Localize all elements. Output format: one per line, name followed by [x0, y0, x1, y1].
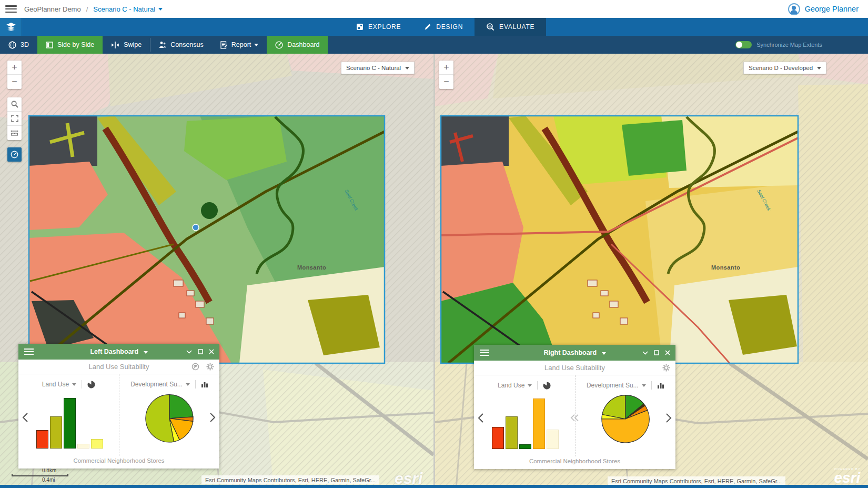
widget-selector[interactable]: Development Su...: [130, 381, 183, 388]
button-label: Side by Side: [57, 41, 94, 48]
place-label-monsanto: Monsanto: [711, 264, 740, 271]
scenario-breadcrumb-dropdown[interactable]: Scenario C - Natural: [93, 5, 163, 13]
tab-label: EVALUATE: [499, 23, 534, 31]
report-icon: [220, 41, 227, 49]
pie-chart-icon[interactable]: [87, 381, 95, 389]
next-chart-button[interactable]: [665, 413, 672, 423]
search-tool-button[interactable]: [7, 97, 22, 112]
previous-chart-button[interactable]: [22, 412, 28, 423]
maximize-button[interactable]: [654, 350, 659, 355]
next-chart-button[interactable]: [209, 412, 216, 423]
map-marker: [193, 224, 199, 231]
widget-title-row: Land Use Suitability: [474, 361, 675, 375]
tab-evaluate[interactable]: EVALUATE: [475, 16, 546, 36]
development-suitability-widget: Development Su...: [119, 374, 219, 456]
extent-tool-button[interactable]: [7, 112, 22, 126]
panel-menu-icon[interactable]: [24, 348, 34, 355]
widget-title-row: Land Use Suitability: [18, 360, 219, 374]
sync-toggle[interactable]: [735, 41, 752, 48]
esri-logo-right: esri: [834, 471, 861, 485]
left-dashboard-header[interactable]: Left Dashboard: [18, 344, 219, 360]
scenario-selector-left[interactable]: Scenario C - Natural: [341, 62, 415, 74]
settings-button[interactable]: [206, 363, 214, 371]
previous-chart-button[interactable]: [478, 413, 484, 423]
development-suitability-pie-chart: [600, 394, 651, 444]
measure-tool-button[interactable]: [7, 126, 22, 140]
widget-selector[interactable]: Land Use: [498, 382, 524, 389]
button-swipe[interactable]: Swipe: [103, 36, 150, 54]
close-button[interactable]: [209, 349, 214, 354]
settings-button[interactable]: [662, 364, 670, 372]
nav-tabs: EXPLORE DESIGN EVALUATE: [345, 18, 546, 36]
scenario-breadcrumb-label: Scenario C - Natural: [93, 5, 155, 13]
development-suitability-pie-chart: [144, 393, 195, 443]
widget-group-title: Land Use Suitability: [474, 364, 675, 372]
right-dashboard-header[interactable]: Right Dashboard: [474, 345, 675, 361]
globe-icon: [8, 41, 16, 49]
development-suitability-widget: Development Su...: [575, 375, 676, 456]
zoom-out-button[interactable]: −: [439, 75, 453, 89]
button-label: Dashboard: [287, 41, 319, 48]
chevron-down-icon: [158, 8, 163, 11]
bar-cream: [547, 430, 559, 449]
land-use-widget: Land Use: [18, 374, 119, 456]
gear-icon: [206, 363, 214, 371]
layers-button[interactable]: [0, 18, 22, 36]
avatar-icon: [788, 3, 800, 15]
tab-explore[interactable]: EXPLORE: [345, 18, 412, 36]
panel-menu-icon[interactable]: [480, 350, 489, 356]
bar-chart-icon[interactable]: [657, 382, 664, 389]
scenario-selector-label: Scenario D - Developed: [749, 65, 813, 71]
land-use-bar-chart: [492, 399, 560, 449]
button-3d[interactable]: 3D: [0, 36, 37, 54]
pencil-icon: [424, 23, 431, 31]
button-side-by-side[interactable]: Side by Side: [37, 36, 103, 54]
powered-by-esri-logo: POWERED BY esri: [834, 467, 861, 485]
collapse-button[interactable]: [186, 350, 192, 354]
zoom-in-button[interactable]: +: [7, 61, 22, 75]
bottom-accent-strip: [0, 485, 868, 488]
collapse-columns-button[interactable]: [570, 413, 580, 423]
widget-selector[interactable]: Land Use: [42, 381, 69, 388]
maximize-button[interactable]: [198, 349, 203, 354]
consensus-icon: [159, 41, 166, 48]
dashboard-tool-button[interactable]: [7, 147, 22, 162]
evaluate-toolbar: 3D Side by Side Swipe Co: [0, 36, 868, 54]
collapse-button[interactable]: [642, 351, 648, 355]
scenario-selector-right[interactable]: Scenario D - Developed: [743, 62, 826, 74]
sync-extents-control: Synchronize Map Extents: [735, 36, 822, 54]
user-menu[interactable]: George Planner: [788, 3, 859, 15]
widget-body: Land Use Development Su...: [18, 374, 219, 456]
button-dashboard[interactable]: Dashboard: [267, 36, 328, 54]
map-pane-left: Monsanto Seal Creek + −: [0, 54, 433, 488]
zoom-out-button[interactable]: −: [7, 75, 22, 89]
layers-icon: [6, 23, 16, 31]
chevron-down-icon: [186, 383, 190, 386]
right-dashboard-panel: Right Dashboard: [474, 345, 675, 469]
chevron-down-icon: [602, 352, 606, 355]
panel-title-label: Left Dashboard: [90, 348, 138, 355]
map-area: Monsanto Seal Creek + −: [0, 54, 868, 488]
menu-icon[interactable]: [5, 5, 17, 13]
bar-olive: [50, 416, 62, 449]
bar-chart-icon[interactable]: [201, 381, 208, 388]
scenario-selector-label: Scenario C - Natural: [346, 65, 401, 71]
zoom-in-button[interactable]: +: [439, 61, 453, 75]
button-consensus[interactable]: Consensus: [150, 36, 212, 54]
close-button[interactable]: [665, 350, 670, 355]
chevron-down-icon: [186, 350, 192, 354]
button-label: Consensus: [170, 41, 204, 48]
dashboard-gauge-icon: [11, 151, 18, 158]
bar-yellow: [91, 439, 103, 449]
scale-line: [12, 474, 68, 476]
widget-selector[interactable]: Development Su...: [587, 382, 639, 389]
toggle-knob: [736, 42, 742, 48]
bar-olive: [506, 416, 518, 449]
visibility-button[interactable]: [191, 363, 199, 371]
pie-chart-icon[interactable]: [543, 382, 551, 390]
attribution-right: Esri Community Maps Contributors, Esri, …: [608, 476, 785, 485]
scale-bar: 0.8km 0.4mi: [12, 467, 68, 483]
tab-design[interactable]: DESIGN: [412, 18, 475, 36]
button-report[interactable]: Report: [212, 36, 267, 54]
chevron-down-icon: [144, 351, 148, 354]
